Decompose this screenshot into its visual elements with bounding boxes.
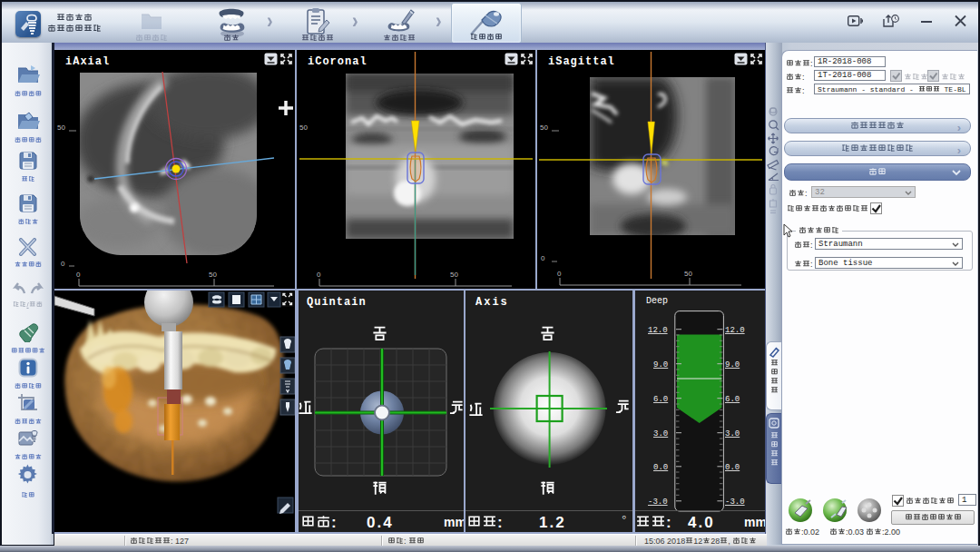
svg-text:50: 50 [299,123,308,132]
svg-text:9.0: 9.0 [653,360,668,370]
svg-text:0.0: 0.0 [725,463,740,472]
svg-text:12.0: 12.0 [648,326,668,335]
svg-text:50: 50 [540,123,548,132]
svg-text:50: 50 [57,123,65,132]
svg-text:0: 0 [61,260,65,268]
svg-text:9.0: 9.0 [725,360,740,370]
svg-text:0: 0 [557,270,562,278]
svg-text:6.0: 6.0 [725,395,740,404]
svg-text:50: 50 [684,270,692,278]
svg-text:0.0: 0.0 [653,463,668,472]
svg-text:-3.0: -3.0 [648,498,668,507]
svg-text:-3.0: -3.0 [725,498,745,507]
svg-text:0: 0 [541,254,545,262]
svg-text:12.0: 12.0 [725,326,745,335]
svg-text:3.0: 3.0 [653,429,668,439]
svg-text:3.0: 3.0 [725,429,740,439]
svg-text:0: 0 [76,271,81,279]
svg-text:50: 50 [450,271,458,279]
svg-text:0: 0 [317,271,321,279]
svg-text:6.0: 6.0 [653,395,668,404]
svg-text:50: 50 [209,271,217,279]
